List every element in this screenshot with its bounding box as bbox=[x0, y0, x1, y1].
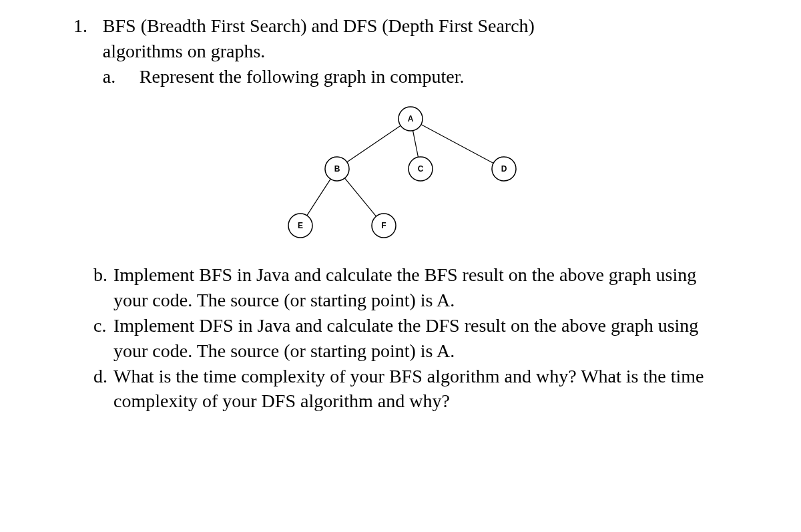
part-a-text: Represent the following graph in compute… bbox=[140, 64, 734, 89]
node-A: A bbox=[398, 107, 423, 131]
part-b-text: Implement BFS in Java and calculate the … bbox=[113, 262, 734, 313]
question-title: BFS (Breadth First Search) and DFS (Dept… bbox=[103, 13, 734, 89]
node-E: E bbox=[288, 214, 312, 238]
node-C: C bbox=[409, 157, 433, 181]
question-title-line2: algorithms on graphs. bbox=[103, 41, 265, 61]
edge-A-D bbox=[421, 125, 493, 164]
part-d: d. What is the time complexity of your B… bbox=[73, 364, 734, 415]
edge-B-F bbox=[344, 178, 376, 216]
part-a-letter: a. bbox=[103, 64, 140, 89]
edge-A-C bbox=[413, 131, 419, 158]
node-D: D bbox=[492, 157, 516, 181]
part-c-letter: c. bbox=[93, 313, 113, 364]
edge-B-E bbox=[307, 180, 330, 216]
node-F: F bbox=[372, 214, 396, 238]
node-label-A: A bbox=[408, 114, 414, 123]
question-main: 1. BFS (Breadth First Search) and DFS (D… bbox=[73, 13, 734, 89]
part-d-letter: d. bbox=[93, 364, 113, 415]
part-d-text: What is the time complexity of your BFS … bbox=[113, 364, 734, 415]
part-c: c. Implement DFS in Java and calculate t… bbox=[73, 313, 734, 364]
node-label-E: E bbox=[298, 221, 303, 230]
part-c-text: Implement DFS in Java and calculate the … bbox=[113, 313, 734, 364]
edge-A-B bbox=[347, 126, 400, 163]
node-label-F: F bbox=[381, 221, 386, 230]
question-title-line1: BFS (Breadth First Search) and DFS (Dept… bbox=[103, 15, 535, 36]
part-a: a. Represent the following graph in comp… bbox=[103, 64, 734, 89]
graph-diagram: ABCDEF bbox=[73, 89, 734, 262]
question-number: 1. bbox=[73, 13, 103, 89]
part-b-letter: b. bbox=[93, 262, 113, 313]
node-label-C: C bbox=[418, 164, 424, 174]
node-label-B: B bbox=[334, 164, 340, 174]
node-B: B bbox=[325, 157, 349, 181]
graph-svg: ABCDEF bbox=[250, 99, 557, 252]
part-b: b. Implement BFS in Java and calculate t… bbox=[73, 262, 734, 313]
node-label-D: D bbox=[501, 164, 507, 174]
